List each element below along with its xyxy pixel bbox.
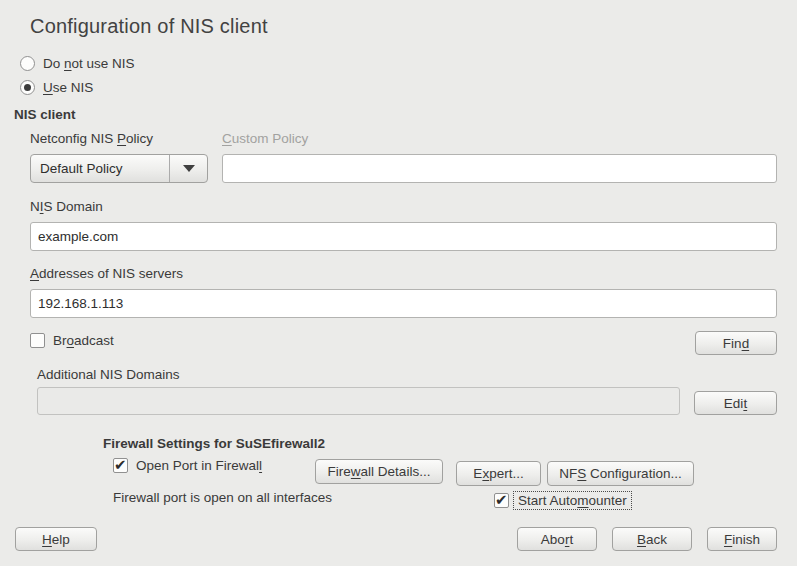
- checkbox-icon[interactable]: [494, 493, 509, 508]
- abort-button[interactable]: Abort: [517, 527, 597, 551]
- nis-servers-label: Addresses of NIS servers: [30, 266, 183, 281]
- open-port-in-firewall-checkbox[interactable]: Open Port in Firewall: [113, 458, 262, 473]
- open-port-in-firewall-label: Open Port in Firewall: [136, 458, 262, 473]
- chevron-down-icon: [169, 155, 207, 182]
- finish-button-label: Finish: [724, 532, 760, 547]
- start-automounter-checkbox[interactable]: Start Automounter: [494, 491, 632, 510]
- nis-domain-label: NIS Domain: [30, 199, 103, 214]
- abort-button-label: Abort: [541, 532, 573, 547]
- additional-nis-domains-input: [37, 387, 680, 415]
- finish-button[interactable]: Finish: [707, 527, 777, 551]
- radio-use-nis[interactable]: Use NIS: [20, 80, 93, 95]
- firewall-details-button-label: Firewall Details...: [328, 464, 431, 479]
- checkbox-icon[interactable]: [113, 458, 128, 473]
- edit-button-label: Edit: [724, 396, 747, 411]
- back-button[interactable]: Back: [612, 527, 692, 551]
- netconfig-policy-dropdown[interactable]: Default Policy: [30, 154, 208, 183]
- start-automounter-label: Start Automounter: [513, 491, 632, 510]
- radio-button-icon[interactable]: [20, 80, 35, 95]
- find-button-label: Find: [723, 336, 749, 351]
- radio-button-icon[interactable]: [20, 56, 35, 71]
- edit-button[interactable]: Edit: [694, 391, 777, 415]
- broadcast-label: Broadcast: [53, 333, 114, 348]
- firewall-status-text: Firewall port is open on all interfaces: [113, 490, 332, 505]
- nis-client-dialog: { "title": "Configuration of NIS client"…: [0, 0, 797, 566]
- nis-servers-input[interactable]: [30, 289, 777, 318]
- radio-do-not-use-nis[interactable]: Do not use NIS: [20, 56, 135, 71]
- radio-do-not-use-nis-label: Do not use NIS: [43, 56, 135, 71]
- help-button-label: Help: [42, 532, 70, 547]
- nfs-configuration-button-label: NFS Configuration...: [559, 466, 681, 481]
- broadcast-checkbox[interactable]: Broadcast: [30, 333, 114, 348]
- netconfig-policy-label: Netconfig NIS Policy: [30, 131, 153, 146]
- expert-button-label: Expert...: [473, 466, 523, 481]
- firewall-settings-heading: Firewall Settings for SuSEfirewall2: [103, 436, 325, 451]
- additional-nis-domains-label: Additional NIS Domains: [37, 367, 180, 382]
- firewall-details-button[interactable]: Firewall Details...: [315, 459, 443, 484]
- nis-domain-input[interactable]: [30, 222, 777, 251]
- expert-button[interactable]: Expert...: [456, 461, 541, 486]
- nis-client-heading: NIS client: [14, 107, 76, 122]
- page-title: Configuration of NIS client: [30, 15, 268, 38]
- netconfig-policy-dropdown-value: Default Policy: [31, 155, 169, 182]
- back-button-label: Back: [637, 532, 667, 547]
- checkbox-icon[interactable]: [30, 333, 45, 348]
- find-button[interactable]: Find: [695, 331, 777, 355]
- radio-use-nis-label: Use NIS: [43, 80, 93, 95]
- help-button[interactable]: Help: [15, 527, 97, 551]
- custom-policy-label: Custom Policy: [222, 131, 308, 146]
- custom-policy-input: [222, 154, 777, 183]
- nfs-configuration-button[interactable]: NFS Configuration...: [547, 461, 694, 486]
